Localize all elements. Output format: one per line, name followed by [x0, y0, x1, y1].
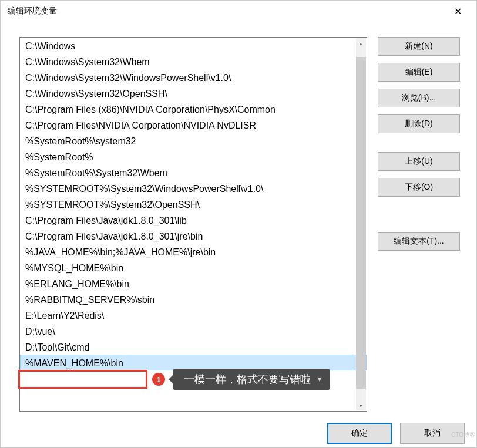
- list-item[interactable]: %RABBITMQ_SERVER%\sbin: [20, 291, 367, 307]
- list-item[interactable]: %SYSTEMROOT%\System32\OpenSSH\: [20, 196, 367, 212]
- list-item[interactable]: C:\Windows\System32\WindowsPowerShell\v1…: [20, 69, 367, 85]
- scroll-down-icon[interactable]: ▾: [356, 400, 366, 410]
- path-listbox[interactable]: C:\WindowsC:\Windows\System32\WbemC:\Win…: [20, 38, 367, 411]
- close-icon[interactable]: ✕: [446, 1, 469, 22]
- list-item[interactable]: C:\Program Files (x86)\NVIDIA Corporatio…: [20, 101, 367, 117]
- ok-button[interactable]: 确定: [327, 423, 392, 444]
- button-column: 新建(N) 编辑(E) 浏览(B)... 删除(D) 上移(U) 下移(O) 编…: [378, 37, 460, 442]
- list-item[interactable]: D:\vue\: [20, 323, 367, 339]
- list-item[interactable]: %ERLANG_HOME%\bin: [20, 275, 367, 291]
- list-item[interactable]: %SystemRoot%\system32: [20, 133, 367, 149]
- list-item[interactable]: D:\Tool\Git\cmd: [20, 339, 367, 355]
- content-area: C:\WindowsC:\Windows\System32\WbemC:\Win…: [1, 22, 476, 447]
- list-item[interactable]: C:\Program Files\Java\jdk1.8.0_301\jre\b…: [20, 228, 367, 244]
- dialog-button-bar: 确定 取消: [327, 423, 465, 444]
- scrollbar-vertical[interactable]: ▴ ▾: [356, 38, 366, 410]
- list-item[interactable]: %JAVA_HOME%\bin;%JAVA_HOME%\jre\bin: [20, 244, 367, 260]
- edit-button[interactable]: 编辑(E): [378, 63, 460, 82]
- movedown-button[interactable]: 下移(O): [378, 178, 460, 197]
- list-item[interactable]: C:\Windows: [20, 38, 367, 53]
- dialog-window: 编辑环境变量 ✕ C:\WindowsC:\Windows\System32\W…: [0, 0, 477, 448]
- titlebar: 编辑环境变量 ✕: [1, 1, 476, 22]
- list-item[interactable]: %MAVEN_HOME%\bin: [20, 355, 367, 370]
- list-item[interactable]: C:\Windows\System32\OpenSSH\: [20, 85, 367, 101]
- scroll-up-icon[interactable]: ▴: [356, 38, 366, 48]
- dialog-title: 编辑环境变量: [8, 6, 446, 16]
- list-item[interactable]: %SystemRoot%: [20, 149, 367, 164]
- edittext-button[interactable]: 编辑文本(T)...: [378, 232, 460, 251]
- list-item[interactable]: C:\Program Files\Java\jdk1.8.0_301\lib: [20, 212, 367, 228]
- delete-button[interactable]: 删除(D): [378, 114, 460, 133]
- list-item[interactable]: %SYSTEMROOT%\System32\WindowsPowerShell\…: [20, 180, 367, 196]
- list-item[interactable]: %MYSQL_HOME%\bin: [20, 260, 367, 275]
- scroll-track[interactable]: [356, 48, 366, 400]
- cancel-button[interactable]: 取消: [400, 423, 465, 444]
- list-item[interactable]: %SystemRoot%\System32\Wbem: [20, 164, 367, 180]
- list-item[interactable]: C:\Windows\System32\Wbem: [20, 53, 367, 69]
- new-button[interactable]: 新建(N): [378, 37, 460, 56]
- list-item[interactable]: C:\Program Files\NVIDIA Corporation\NVID…: [20, 117, 367, 133]
- browse-button[interactable]: 浏览(B)...: [378, 89, 460, 107]
- moveup-button[interactable]: 上移(U): [378, 152, 460, 171]
- path-list-container: C:\WindowsC:\Windows\System32\WbemC:\Win…: [19, 37, 367, 412]
- scroll-thumb[interactable]: [356, 57, 366, 389]
- list-item[interactable]: E:\Learn\Y2\Redis\: [20, 307, 367, 323]
